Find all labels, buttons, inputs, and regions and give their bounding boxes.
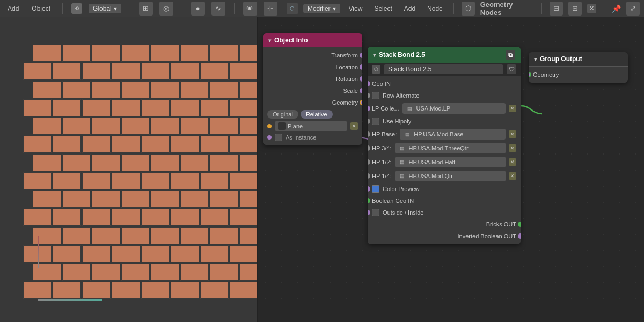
plane-clear-button[interactable]: ✕ [350,122,358,130]
hp-34-clear-button[interactable]: ✕ [509,144,516,152]
gizmo-icon[interactable]: ⊹ [264,2,277,16]
brick [82,282,111,299]
plane-input-field[interactable]: Plane [275,121,347,131]
brick [200,209,229,226]
boolean-geo-in-socket [368,198,370,203]
brick [239,264,258,281]
hp-14-socket [368,173,370,179]
brick [121,227,150,244]
menu-node[interactable]: Node [424,4,446,13]
global-dropdown[interactable]: Global ▾ [89,4,121,13]
brick [112,209,140,226]
modifier-dropdown[interactable]: Modifier ▾ [303,4,340,13]
stack-bond-node: ▾ Stack Bond 2.5 ⧉ ⬡ Stack Bond 2.5 🛡 [368,47,521,244]
brick [171,245,199,262]
brick [92,45,120,62]
hp-34-value: HP.USA.Mod.ThreeQtr [409,145,469,151]
eye-icon[interactable]: 👁 [243,2,257,16]
brick [151,118,179,135]
shield-icon[interactable]: 🛡 [507,64,516,74]
use-hipoly-toggle[interactable] [372,118,379,125]
brick [92,154,120,171]
wave-icon[interactable]: ∿ [211,2,225,16]
hp-12-socket [368,159,370,165]
menu-select[interactable]: Select [371,4,395,13]
menu-add[interactable]: Add [401,4,419,13]
hp-14-field[interactable]: ▤ HP.USA.Mod.Qtr [395,171,506,181]
brick [200,63,229,80]
brick [230,245,258,262]
brick-row [32,190,225,208]
editor-type-icon[interactable]: ⬡ [287,3,298,14]
geometry-input-socket [529,72,531,77]
row-alternate-toggle[interactable] [372,92,379,99]
brick [121,264,150,281]
close-button[interactable]: ✕ [587,4,596,13]
snap-icon[interactable]: ⊞ [139,2,153,16]
hp-34-field[interactable]: ▤ HP.USA.Mod.ThreeQtr [395,143,506,153]
brick [239,45,258,62]
brick [62,227,91,244]
group-output-node: ▾ Group Output Geometry [529,52,628,83]
brick [23,209,52,226]
copy-icon[interactable]: ⧉ [506,50,515,60]
hp-base-clear-button[interactable]: ✕ [509,130,516,138]
resize-icon[interactable]: ⤢ [626,2,640,16]
pin-icon[interactable]: 📌 [612,4,621,13]
outside-inside-toggle[interactable] [372,209,379,216]
menu-add[interactable]: Add [4,4,22,13]
menu-view[interactable]: View [346,4,366,13]
scale-socket [360,88,362,93]
relative-button[interactable]: Relative [301,110,333,119]
location-row: Location [263,61,362,73]
brick [200,136,229,153]
lp-clear-button[interactable]: ✕ [509,105,516,112]
object-info-body: Transform Location Rotation Scale [263,47,362,145]
brick [230,282,258,299]
as-instance-toggle[interactable] [275,134,282,141]
menu-object[interactable]: Object [28,4,54,13]
brick [121,45,150,62]
circle-icon[interactable]: ● [191,2,205,16]
node-canvas[interactable]: ▾ Object Info Transform Location Rotatio… [258,17,644,305]
brick [151,81,179,98]
brick [180,81,209,98]
brick [171,63,199,80]
brick [92,81,120,98]
node-editor-icon[interactable]: ⬡ [462,2,475,16]
brick [62,264,91,281]
brick [151,264,179,281]
color-preview-row: Color Preview [368,183,521,195]
transform-row: Transform [263,49,362,61]
transform-icon: ⟲ [71,3,82,14]
color-preview-toggle[interactable] [372,185,379,193]
brick [92,118,120,135]
hp-base-field[interactable]: ▤ HP.USA.Mod.Base [400,129,506,140]
use-hipoly-row: Use Hipoly [368,115,521,127]
separator6 [541,3,542,14]
slot-icon[interactable]: ⊟ [550,2,563,16]
brick [210,81,238,98]
boolean-geo-in-row: Boolean Geo IN [368,195,521,207]
node-collapse-chevron[interactable]: ▾ [268,38,271,43]
brick [230,63,258,80]
separator2 [130,3,130,14]
node-name-dropdown[interactable]: Stack Bond 2.5 [384,64,503,74]
hp-14-clear-button[interactable]: ✕ [509,172,516,180]
proportional-icon[interactable]: ◎ [159,2,173,16]
overlay-icon2[interactable]: ⊞ [568,2,582,16]
lp-collection-field[interactable]: ▤ USA.Mod.LP [402,103,506,114]
hp-12-clear-button[interactable]: ✕ [509,158,516,166]
brick-row [23,135,225,153]
row-alternate-socket [368,93,370,98]
brick [200,282,229,299]
brick [53,63,81,80]
hp-12-field[interactable]: ▤ HP.USA.Mod.Half [395,157,506,167]
brick [200,245,229,262]
group-output-collapse-chevron[interactable]: ▾ [534,56,537,62]
brick [112,282,140,299]
brick [62,45,91,62]
original-button[interactable]: Original [267,110,298,119]
stack-bond-collapse-chevron[interactable]: ▾ [373,52,376,58]
brick [230,172,258,189]
